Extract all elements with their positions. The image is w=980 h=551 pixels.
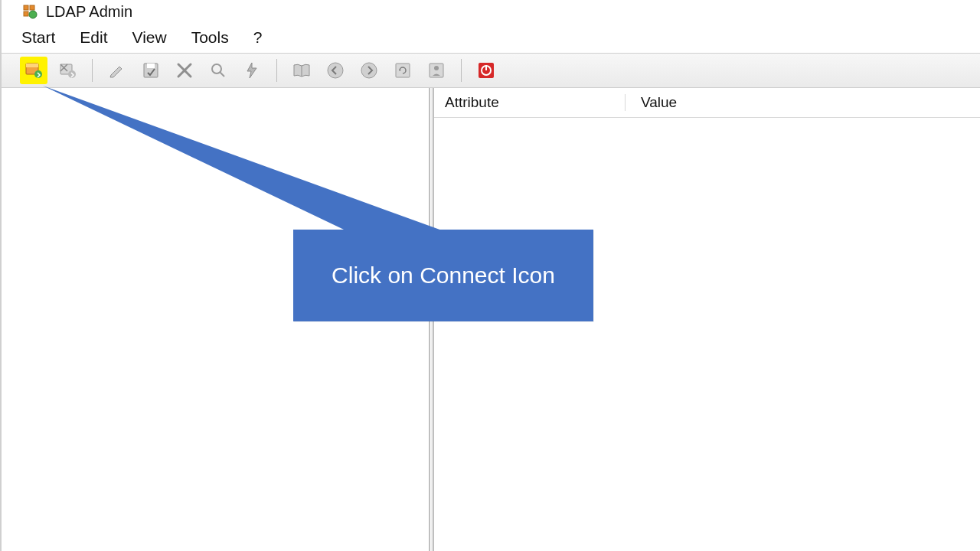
menubar: Start Edit View Tools ? bbox=[2, 24, 980, 53]
app-icon bbox=[23, 5, 38, 20]
tree-pane[interactable] bbox=[2, 88, 430, 551]
save-button[interactable] bbox=[137, 57, 165, 84]
back-button[interactable] bbox=[322, 57, 349, 84]
close-icon bbox=[175, 61, 194, 80]
menu-tools[interactable]: Tools bbox=[191, 28, 229, 47]
forward-button[interactable] bbox=[355, 57, 383, 84]
svg-point-18 bbox=[434, 66, 439, 70]
toolbar-separator bbox=[276, 59, 277, 82]
search-button[interactable] bbox=[204, 57, 232, 84]
edit-button[interactable] bbox=[103, 57, 131, 84]
value-column-header[interactable]: Value bbox=[626, 94, 980, 111]
svg-rect-16 bbox=[396, 64, 410, 77]
schema-button[interactable] bbox=[423, 57, 450, 84]
toolbar bbox=[2, 53, 980, 88]
disconnect-button[interactable] bbox=[54, 57, 81, 84]
svg-line-12 bbox=[220, 72, 224, 77]
forward-icon bbox=[360, 61, 378, 80]
book-icon bbox=[292, 61, 312, 80]
power-icon bbox=[477, 61, 495, 80]
svg-rect-0 bbox=[24, 5, 28, 10]
lightning-icon bbox=[243, 61, 261, 80]
toolbar-separator bbox=[92, 59, 93, 82]
content-area: Attribute Value bbox=[2, 88, 980, 551]
svg-rect-2 bbox=[24, 11, 28, 16]
back-icon bbox=[326, 61, 345, 80]
details-pane: Attribute Value bbox=[434, 88, 980, 551]
menu-help[interactable]: ? bbox=[253, 28, 263, 47]
menu-edit[interactable]: Edit bbox=[80, 28, 107, 47]
pencil-icon bbox=[108, 61, 126, 80]
grid-header: Attribute Value bbox=[434, 88, 980, 118]
svg-point-14 bbox=[328, 63, 343, 78]
execute-button[interactable] bbox=[238, 57, 266, 84]
svg-point-15 bbox=[361, 63, 377, 78]
attribute-column-header[interactable]: Attribute bbox=[434, 94, 626, 111]
connect-icon bbox=[24, 60, 44, 80]
menu-start[interactable]: Start bbox=[21, 28, 55, 47]
svg-rect-1 bbox=[30, 5, 34, 10]
save-icon bbox=[142, 61, 160, 80]
titlebar: LDAP Admin bbox=[2, 0, 980, 24]
schema-icon bbox=[427, 61, 446, 80]
search-icon bbox=[209, 61, 227, 80]
svg-point-3 bbox=[29, 11, 37, 18]
connect-button[interactable] bbox=[20, 57, 47, 84]
refresh-icon bbox=[394, 61, 412, 80]
power-button[interactable] bbox=[472, 57, 500, 84]
menu-view[interactable]: View bbox=[132, 28, 167, 47]
refresh-button[interactable] bbox=[389, 57, 416, 84]
toolbar-separator bbox=[461, 59, 462, 82]
svg-rect-10 bbox=[147, 64, 155, 68]
svg-rect-5 bbox=[26, 64, 38, 67]
disconnect-icon bbox=[57, 60, 77, 80]
app-window: LDAP Admin Start Edit View Tools ? bbox=[0, 0, 980, 551]
delete-button[interactable] bbox=[171, 57, 198, 84]
window-title: LDAP Admin bbox=[46, 3, 132, 21]
book-button[interactable] bbox=[288, 57, 315, 84]
